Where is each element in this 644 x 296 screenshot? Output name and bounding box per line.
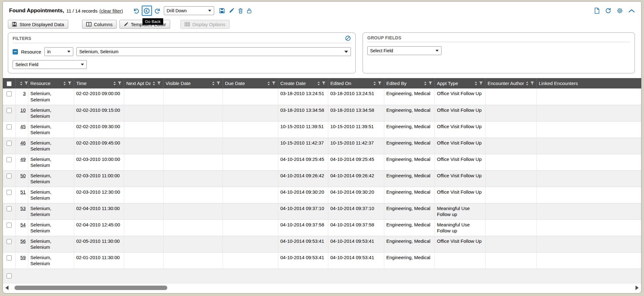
cell-edited-on: 04-10-2014 09:53:41 <box>328 252 384 269</box>
row-checkbox-cell <box>3 105 15 121</box>
appt-id-link[interactable]: 56 <box>20 238 26 244</box>
store-displayed-data-button[interactable]: Store Displayed Data <box>8 20 68 29</box>
cell-linked-encounters <box>536 105 641 121</box>
go-back-button[interactable] <box>142 6 152 16</box>
appt-id-link[interactable]: 51 <box>20 189 26 195</box>
row-select-checkbox[interactable] <box>7 91 12 96</box>
clear-filter-link[interactable]: (clear filter) <box>99 8 123 14</box>
row-select-checkbox[interactable] <box>7 239 12 244</box>
filter-funnel-icon[interactable] <box>272 81 276 85</box>
column-header-edited-by[interactable]: Edited By <box>384 78 435 88</box>
row-select-checkbox[interactable] <box>7 190 12 195</box>
go-back-icon <box>143 8 150 14</box>
cell-edited-by: Engineering, Medical <box>384 252 435 269</box>
column-header-edited-on[interactable]: Edited On <box>328 78 384 88</box>
filter-enabled-checkbox[interactable] <box>13 49 18 54</box>
row-select-checkbox[interactable] <box>7 273 12 278</box>
filter-funnel-icon[interactable] <box>479 81 483 85</box>
cell-appt-id: 3 <box>15 88 28 105</box>
column-header-encounter-authors[interactable]: Encounter Authors <box>485 78 536 88</box>
appt-id-link[interactable]: 10 <box>20 107 26 113</box>
column-header-appt-type[interactable]: Appt Type <box>435 78 485 88</box>
filter-funnel-icon[interactable] <box>530 81 534 85</box>
delete-trash-icon[interactable] <box>238 8 243 14</box>
drill-down-select[interactable]: Drill Down <box>164 6 214 15</box>
sort-icon[interactable] <box>526 81 529 86</box>
cell-appt-type: Meaningful Use Follow up <box>435 203 485 219</box>
display-options-button[interactable]: Display Options <box>180 20 230 29</box>
edit-pencil-icon[interactable] <box>229 8 234 14</box>
column-header-linked-encounters[interactable]: Linked Encounters <box>536 78 641 88</box>
table-row: 45Selenium, Selenium02-02-2010 09:30:001… <box>3 121 641 138</box>
row-select-checkbox[interactable] <box>7 108 12 113</box>
chevron-down-icon <box>67 51 70 53</box>
undo-icon[interactable] <box>133 8 140 14</box>
row-select-checkbox[interactable] <box>7 174 12 179</box>
filter-funnel-icon[interactable] <box>118 81 122 85</box>
filters-panel: FILTERS Resource in Selenium, Selenium <box>8 32 356 73</box>
columns-button[interactable]: Columns <box>82 20 117 29</box>
sort-icon[interactable] <box>63 81 66 86</box>
row-select-checkbox[interactable] <box>7 157 12 162</box>
column-header-time[interactable]: Time <box>74 78 124 88</box>
column-header-next-apt-date[interactable]: Next Apt Date <box>124 78 163 88</box>
save-icon[interactable] <box>219 8 225 14</box>
appt-id-link[interactable]: 50 <box>20 173 26 178</box>
appt-id-link[interactable]: 53 <box>20 206 26 211</box>
group-field-select[interactable]: Select Field <box>367 46 441 55</box>
appt-id-link[interactable]: 3 <box>23 91 25 96</box>
appt-id-link[interactable]: 59 <box>20 255 26 260</box>
sort-icon[interactable] <box>153 81 155 86</box>
sort-icon[interactable] <box>267 81 270 86</box>
column-header-create-date[interactable]: Create Date <box>278 78 328 88</box>
appt-id-link[interactable]: 49 <box>20 157 26 162</box>
add-filter-row: Select Field <box>13 60 351 69</box>
appt-id-link[interactable]: 54 <box>20 222 26 227</box>
column-header-due-date[interactable]: Due Date <box>223 78 278 88</box>
filter-operator-select[interactable]: in <box>44 47 73 56</box>
filter-funnel-icon[interactable] <box>378 81 382 85</box>
filter-funnel-icon[interactable] <box>322 81 326 85</box>
filter-value-combobox[interactable]: Selenium, Selenium <box>76 47 351 56</box>
new-document-icon[interactable] <box>594 8 600 14</box>
sort-icon[interactable] <box>317 81 320 86</box>
filter-funnel-icon[interactable] <box>216 81 220 85</box>
column-header-resource[interactable]: Resource <box>28 78 74 88</box>
sort-icon[interactable] <box>113 81 116 86</box>
cell-linked-encounters <box>536 154 641 170</box>
scrollbar-thumb[interactable] <box>14 286 167 290</box>
row-select-checkbox[interactable] <box>7 141 12 146</box>
row-select-checkbox[interactable] <box>7 124 12 129</box>
sort-icon[interactable] <box>424 81 427 86</box>
horizontal-scrollbar[interactable] <box>3 284 641 291</box>
cell-linked-encounters <box>536 252 641 269</box>
scroll-right-arrow-icon[interactable] <box>636 286 639 290</box>
column-header-appt-id[interactable]: Appt ID <box>15 78 28 88</box>
cell-time: 02-01-2010 11:30:00 <box>74 252 124 269</box>
sort-icon[interactable] <box>475 81 477 86</box>
row-select-checkbox[interactable] <box>7 206 12 211</box>
row-select-checkbox[interactable] <box>7 255 12 260</box>
clear-filters-block-icon[interactable] <box>345 35 351 41</box>
appt-id-link[interactable]: 45 <box>20 124 26 129</box>
filter-funnel-icon[interactable] <box>428 81 432 85</box>
filter-funnel-icon[interactable] <box>68 81 72 85</box>
lock-icon[interactable] <box>247 8 252 14</box>
sort-icon[interactable] <box>373 81 376 86</box>
cell-encounter-authors <box>485 236 536 252</box>
refresh-icon[interactable] <box>605 8 611 14</box>
collapse-chevron-icon[interactable] <box>628 9 635 13</box>
row-select-checkbox[interactable] <box>7 223 12 228</box>
sort-icon[interactable] <box>20 81 23 86</box>
add-filter-field-select[interactable]: Select Field <box>13 60 87 69</box>
column-header-visible-date[interactable]: Visible Date <box>163 78 223 88</box>
redo-icon[interactable] <box>154 8 161 14</box>
cell-encounter-authors <box>485 121 536 138</box>
settings-gear-icon[interactable] <box>617 8 623 14</box>
scroll-left-arrow-icon[interactable] <box>5 286 8 290</box>
appt-id-link[interactable]: 46 <box>20 140 26 145</box>
filter-funnel-icon[interactable] <box>157 81 161 85</box>
filter-funnel-icon[interactable] <box>24 81 28 85</box>
sort-icon[interactable] <box>212 81 215 86</box>
select-all-checkbox[interactable] <box>7 81 12 86</box>
